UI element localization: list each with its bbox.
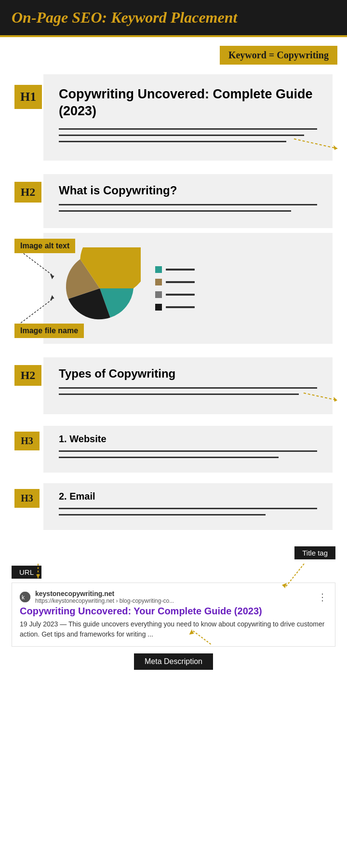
keyword-row: Keyword = Copywriting [0,37,347,69]
text-line-2 [59,135,304,136]
text-line-6 [59,387,317,389]
first100-arrow [333,146,337,151]
serp-title-link[interactable]: Copywriting Uncovered: Your Complete Gui… [20,606,327,617]
h3-heading-1: 1. Website [59,434,317,445]
title-tag-badge: Title tag [294,546,335,559]
h1-card: Copywriting Uncovered: Complete Guide (2… [43,74,333,161]
svg-marker-7 [334,397,337,402]
text-line-3 [59,141,286,142]
pie-chart [59,247,141,329]
h2-badge-2: H2 [14,365,41,386]
serp-site-row: k keystonecopywriting.net https://keysto… [20,590,327,604]
text-line-5 [59,210,291,212]
keyword-badge: Keyword = Copywriting [220,46,337,65]
h2-card-1: What is Copywriting? [43,174,333,228]
page-header: On-Page SEO: Keyword Placement [0,0,347,37]
svg-line-6 [304,393,337,400]
page-title: On-Page SEO: Keyword Placement [12,9,237,26]
h3-badge-2: H3 [14,489,40,508]
serp-result: k keystonecopywriting.net https://keysto… [12,583,335,647]
text-line-1 [59,128,317,130]
naturally-arrow [333,398,337,403]
image-filename-label: Image file name [14,324,84,338]
h1-badge: H1 [14,85,42,109]
h2-heading-1: What is Copywriting? [59,184,317,197]
text-line-10 [59,508,317,509]
meta-arrow [173,644,175,647]
url-arrow [38,564,40,566]
text-line-8 [59,450,317,452]
svg-text:k: k [22,594,25,601]
svg-line-0 [294,139,337,149]
url-badge: URL [12,566,41,579]
text-line-11 [59,514,266,515]
h1-heading: Copywriting Uncovered: Complete Guide (2… [59,86,317,120]
meta-description-badge: Meta Description [134,653,213,670]
serp-description: 19 July 2023 — This guide uncovers every… [20,620,324,638]
h3-heading-2: 2. Email [59,491,317,502]
serp-favicon: k [20,592,30,602]
text-line-4 [59,204,317,205]
text-line-9 [59,457,279,458]
title-arrow [304,564,307,566]
h2-badge-1: H2 [14,182,41,203]
h3-card-2: 2. Email [43,483,333,530]
serp-three-dots: ⋮ [318,591,327,603]
h2-heading-2: Types of Copywriting [59,367,317,380]
serp-section: URL Title tag k keystonecopywriting.net … [12,546,335,670]
image-card [43,233,333,344]
serp-domain: keystonecopywriting.net [35,590,174,597]
image-alt-label: Image alt text [14,239,75,253]
svg-marker-1 [334,145,337,150]
h3-badge-1: H3 [14,432,40,450]
text-line-7 [59,393,299,395]
chart-legend [155,266,195,311]
svg-line-4 [15,298,54,327]
h2-card-2: Types of Copywriting Naturally in body [43,357,333,414]
serp-url-text: https://keystonecopywriting.net › blog-c… [35,597,174,604]
h3-card-1: 1. Website [43,426,333,473]
